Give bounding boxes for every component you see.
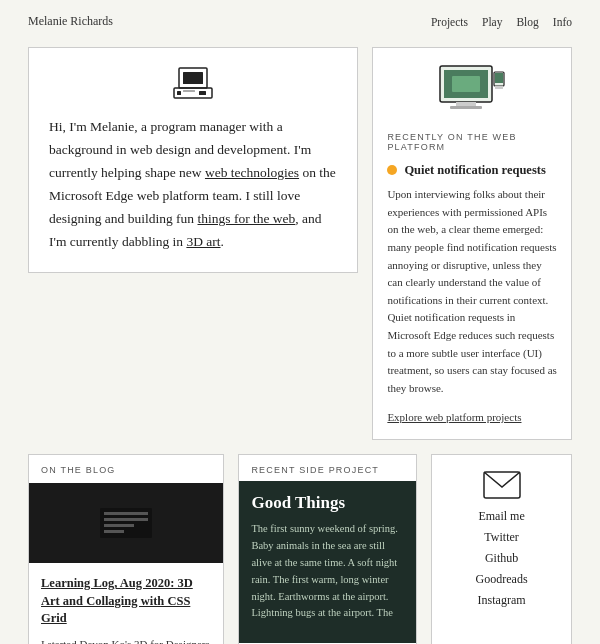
contact-twitter[interactable]: Twitter	[484, 530, 518, 545]
nav-links: Projects Play Blog Info	[431, 16, 572, 28]
contact-instagram[interactable]: Instagram	[478, 593, 526, 608]
bio-paragraph: Hi, I'm Melanie, a program manager with …	[49, 116, 337, 254]
blog-image	[29, 483, 223, 563]
project-label: RECENT SIDE PROJECT	[239, 455, 416, 481]
blog-post-body: I started Devon Ko's 3D for Designers co…	[29, 636, 223, 644]
web-article-title: Quiet notification requests	[404, 162, 545, 178]
bio-card: Hi, I'm Melanie, a program manager with …	[28, 47, 358, 273]
project-body: The first sunny weekend of spring. Baby …	[251, 521, 404, 621]
blog-label: ON THE BLOG	[29, 455, 223, 483]
bio-icon	[49, 66, 337, 104]
top-section: Hi, I'm Melanie, a program manager with …	[28, 47, 572, 440]
svg-rect-3	[199, 91, 206, 95]
svg-rect-17	[104, 524, 134, 527]
web-card-label: RECENTLY ON THE WEB PLATFORM	[387, 132, 557, 152]
svg-rect-15	[104, 512, 148, 515]
web-article-body: Upon interviewing folks about their expe…	[387, 186, 557, 397]
svg-rect-1	[183, 72, 203, 84]
3d-art-link[interactable]: 3D art	[186, 234, 220, 249]
side-project-card: RECENT SIDE PROJECT Good Things The firs…	[238, 454, 417, 644]
email-icon	[482, 469, 522, 501]
things-for-web-link[interactable]: things for the web	[198, 211, 296, 226]
contact-github[interactable]: Github	[485, 551, 518, 566]
web-card-header: Quiet notification requests	[387, 162, 557, 178]
nav-link-info[interactable]: Info	[553, 16, 572, 28]
nav-link-blog[interactable]: Blog	[516, 16, 538, 28]
web-platform-card: RECENTLY ON THE WEB PLATFORM Quiet notif…	[372, 47, 572, 440]
svg-rect-18	[104, 530, 124, 533]
svg-rect-9	[456, 102, 476, 106]
blog-post-title[interactable]: Learning Log, Aug 2020: 3D Art and Colla…	[29, 575, 223, 628]
contact-email[interactable]: Email me	[478, 509, 524, 524]
project-title: Good Things	[251, 493, 404, 513]
monitor-illustration	[387, 62, 557, 122]
navigation: Melanie Richards Projects Play Blog Info	[0, 0, 600, 39]
web-bullet-icon	[387, 165, 397, 175]
svg-rect-13	[495, 86, 503, 89]
svg-rect-4	[177, 91, 181, 95]
svg-rect-10	[450, 106, 482, 109]
svg-rect-12	[495, 73, 503, 83]
svg-rect-5	[183, 90, 195, 92]
contact-links: Email me Twitter Github Goodreads Instag…	[444, 509, 559, 608]
bottom-section: ON THE BLOG Learning Log, Aug 2020: 3D A…	[28, 454, 572, 644]
contact-goodreads[interactable]: Goodreads	[476, 572, 528, 587]
main-content: Hi, I'm Melanie, a program manager with …	[0, 39, 600, 644]
site-name: Melanie Richards	[28, 14, 113, 29]
page-wrapper: Melanie Richards Projects Play Blog Info	[0, 0, 600, 644]
project-dark-section: Good Things The first sunny weekend of s…	[239, 481, 416, 643]
web-technologies-link[interactable]: web technologies	[205, 165, 299, 180]
nav-link-projects[interactable]: Projects	[431, 16, 468, 28]
blog-card: ON THE BLOG Learning Log, Aug 2020: 3D A…	[28, 454, 224, 644]
svg-rect-16	[104, 518, 148, 521]
web-explore-link[interactable]: Explore web platform projects	[387, 411, 521, 423]
nav-link-play[interactable]: Play	[482, 16, 502, 28]
contact-card: Email me Twitter Github Goodreads Instag…	[431, 454, 572, 644]
svg-rect-8	[452, 76, 480, 92]
